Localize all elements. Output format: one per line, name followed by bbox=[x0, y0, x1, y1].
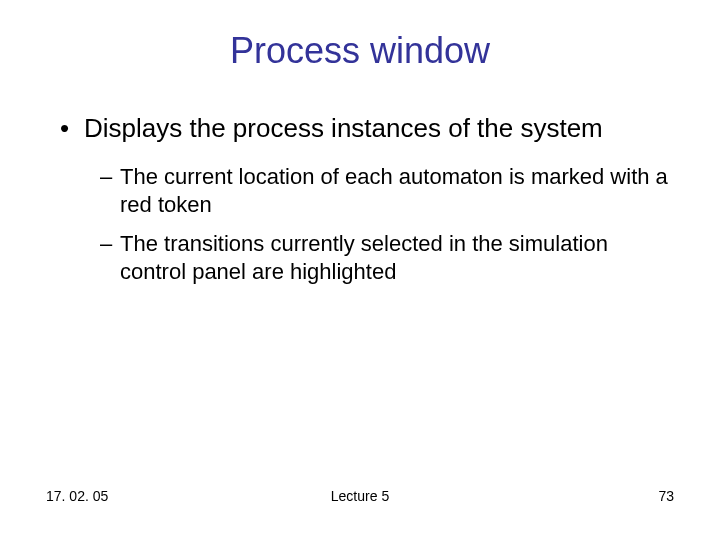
slide-title: Process window bbox=[40, 30, 680, 72]
footer-page-number: 73 bbox=[465, 488, 674, 504]
footer-lecture: Lecture 5 bbox=[255, 488, 464, 504]
slide: Process window Displays the process inst… bbox=[0, 0, 720, 540]
slide-footer: 17. 02. 05 Lecture 5 73 bbox=[40, 488, 680, 510]
footer-date: 17. 02. 05 bbox=[46, 488, 255, 504]
bullet-level2: The current location of each automaton i… bbox=[100, 163, 680, 220]
bullet-level1: Displays the process instances of the sy… bbox=[60, 112, 680, 145]
slide-content: Displays the process instances of the sy… bbox=[40, 112, 680, 488]
bullet-level2: The transitions currently selected in th… bbox=[100, 230, 680, 287]
